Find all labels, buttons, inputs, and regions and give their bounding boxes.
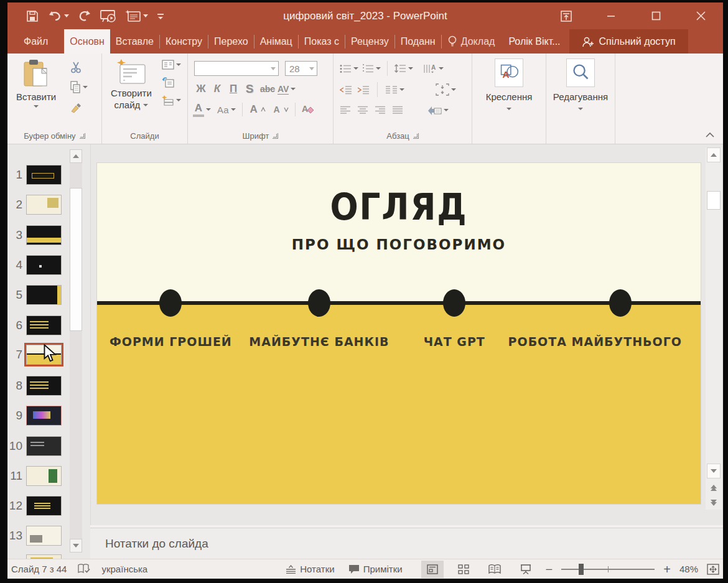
tab-slideshow[interactable]: Показ с: [299, 29, 345, 54]
undo-button[interactable]: [47, 10, 69, 22]
align-right-button[interactable]: [375, 106, 386, 114]
decrease-indent-button[interactable]: [340, 85, 352, 95]
zoom-level[interactable]: 48%: [679, 564, 698, 574]
convert-smartart-button[interactable]: [427, 105, 449, 115]
slide-thumbnail[interactable]: [26, 436, 62, 456]
redo-button[interactable]: [78, 10, 91, 22]
new-slide-qat-button[interactable]: [125, 9, 148, 23]
reading-view-button[interactable]: [483, 561, 506, 578]
slideshow-view-button[interactable]: [515, 561, 537, 578]
drawing-dropdown-icon[interactable]: [506, 108, 511, 110]
tell-me-box[interactable]: Доклад: [442, 29, 502, 54]
slide-thumbnail[interactable]: [26, 285, 62, 305]
timeline-label-2[interactable]: МАЙБУТНЄ БАНКІВ: [249, 335, 389, 348]
align-text-button[interactable]: [436, 83, 456, 96]
notes-placeholder[interactable]: Нотатки до слайда: [90, 537, 208, 551]
next-slide-button[interactable]: [708, 496, 719, 510]
maximize-button[interactable]: [633, 2, 678, 29]
clipboard-dialog-launcher[interactable]: [80, 133, 85, 139]
new-slide-dropdown-icon2[interactable]: [143, 104, 148, 106]
tab-home[interactable]: Основн: [64, 29, 110, 54]
italic-button[interactable]: К: [209, 83, 225, 95]
slide-title[interactable]: ОГЛЯД: [112, 185, 686, 228]
slide-thumbnail[interactable]: [26, 496, 62, 516]
thumbnail-scroll-down-icon[interactable]: [70, 539, 82, 553]
thumbnail-scrollbar-thumb[interactable]: [70, 188, 82, 331]
collapse-ribbon-icon[interactable]: [706, 132, 714, 138]
normal-view-button[interactable]: [421, 561, 444, 578]
slide-thumbnail[interactable]: [26, 165, 62, 185]
zoom-slider-thumb[interactable]: [579, 564, 584, 575]
increase-indent-button[interactable]: [357, 85, 370, 95]
editing-button[interactable]: Редагування: [546, 58, 615, 110]
align-text-dropdown-icon[interactable]: [451, 88, 456, 91]
smartart-dropdown-icon[interactable]: [444, 109, 449, 111]
numbering-button[interactable]: [362, 64, 381, 73]
cut-button[interactable]: [70, 61, 88, 73]
numbering-dropdown-icon[interactable]: [376, 67, 381, 70]
slide-thumbnail[interactable]: [26, 406, 62, 426]
zoom-in-button[interactable]: +: [663, 563, 671, 576]
new-slide-button[interactable]: Створити слайд: [111, 58, 152, 111]
start-presentation-icon[interactable]: [100, 9, 116, 23]
format-painter-button[interactable]: [70, 101, 88, 113]
font-color-button[interactable]: А: [193, 102, 211, 117]
timeline-label-4[interactable]: РОБОТА МАЙБУТНЬОГО: [508, 335, 682, 348]
copy-dropdown-icon[interactable]: [83, 86, 88, 88]
font-name-combobox[interactable]: [194, 61, 279, 76]
zoom-out-button[interactable]: −: [546, 563, 553, 576]
tab-transitions[interactable]: Перехо: [208, 29, 254, 54]
slide-scroll-up-icon[interactable]: [707, 147, 721, 162]
reset-slide-button[interactable]: [162, 77, 181, 88]
justify-button[interactable]: [392, 106, 403, 114]
copy-button[interactable]: [70, 81, 88, 93]
char-spacing-dropdown-icon[interactable]: [291, 88, 296, 90]
paste-button[interactable]: Вставити: [16, 58, 56, 108]
text-direction-button[interactable]: A: [423, 63, 444, 74]
section-button[interactable]: [162, 95, 181, 106]
align-left-button[interactable]: [340, 106, 351, 114]
slide-thumbnail[interactable]: [26, 376, 62, 396]
previous-slide-button[interactable]: [708, 481, 719, 495]
char-spacing-button[interactable]: AV: [278, 84, 296, 95]
tab-review[interactable]: Рецензу: [345, 29, 394, 54]
current-slide[interactable]: ОГЛЯД ПРО ЩО ПОГОВОРИМО ФОРМИ ГРОШЕЙ МАЙ…: [97, 163, 701, 504]
text-shadow-button[interactable]: S: [241, 82, 258, 96]
line-spacing-button[interactable]: [394, 63, 413, 73]
minimize-button[interactable]: [589, 2, 633, 29]
columns-dropdown-icon[interactable]: [399, 88, 404, 91]
drawing-button[interactable]: А Креслення: [472, 58, 546, 110]
slide-thumbnail[interactable]: [26, 526, 62, 546]
underline-button[interactable]: П: [225, 83, 241, 95]
grow-font-button[interactable]: А: [249, 103, 266, 116]
align-center-button[interactable]: [357, 106, 368, 114]
tab-insert[interactable]: Вставле: [110, 29, 159, 54]
notes-toggle-button[interactable]: Нотатки: [286, 564, 334, 574]
thumbnail-scrollbar[interactable]: [70, 149, 82, 553]
paragraph-dialog-launcher[interactable]: [413, 133, 419, 139]
zoom-slider[interactable]: [561, 569, 655, 570]
comments-toggle-button[interactable]: Примітки: [348, 564, 403, 574]
undo-dropdown-icon[interactable]: [64, 14, 69, 17]
columns-button[interactable]: [385, 85, 404, 95]
slide-scrollbar-thumb[interactable]: [707, 191, 721, 210]
tab-view[interactable]: Поданн: [395, 29, 441, 54]
change-case-button[interactable]: Аа: [217, 105, 236, 115]
fit-slide-to-window-button[interactable]: [707, 564, 719, 575]
line-spacing-dropdown-icon[interactable]: [408, 67, 413, 70]
save-icon[interactable]: [26, 10, 39, 22]
layout-dropdown-icon[interactable]: [176, 63, 181, 66]
font-dialog-launcher[interactable]: [273, 133, 278, 139]
thumbnail-scroll-up-icon[interactable]: [70, 149, 82, 163]
language-indicator[interactable]: українська: [101, 564, 147, 574]
account-name[interactable]: Ролік Вікт...: [501, 29, 567, 54]
tab-file[interactable]: Файл: [7, 29, 64, 54]
notes-panel[interactable]: Нотатки до слайда: [90, 528, 723, 559]
tab-design[interactable]: Констру: [160, 29, 208, 54]
slide-thumbnail[interactable]: [26, 225, 62, 245]
customize-qat-icon[interactable]: [157, 12, 164, 21]
change-case-dropdown-icon[interactable]: [231, 108, 236, 111]
close-button[interactable]: [678, 2, 723, 29]
slide-scrollbar[interactable]: [706, 147, 722, 510]
slide-thumbnail[interactable]: [26, 255, 62, 275]
